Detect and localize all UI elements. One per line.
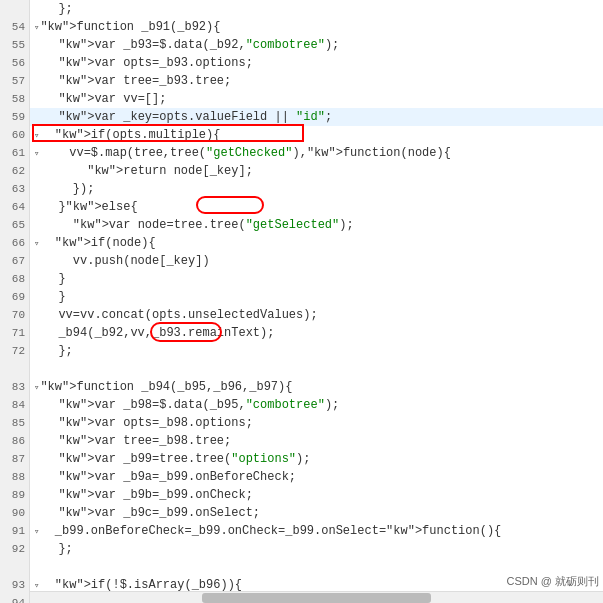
- line-number: 58: [4, 90, 25, 108]
- code-line: "kw">var tree=_b98.tree;: [30, 432, 603, 450]
- line-number: 64: [4, 198, 25, 216]
- line-number: 59: [4, 108, 25, 126]
- line-number: 90: [4, 504, 25, 522]
- line-number: 83: [4, 378, 25, 396]
- line-number: 65: [4, 216, 25, 234]
- line-number: 71: [4, 324, 25, 342]
- watermark: CSDN @ 就砺则刊: [507, 574, 599, 589]
- line-number: 66: [4, 234, 25, 252]
- code-line: ▿ _b99.onBeforeCheck=_b99.onCheck=_b99.o…: [30, 522, 603, 540]
- code-line: };: [30, 342, 603, 360]
- code-line: "kw">var _b98=$.data(_b95,"combotree");: [30, 396, 603, 414]
- code-line: "kw">var opts=_b93.options;: [30, 54, 603, 72]
- line-number: 60: [4, 126, 25, 144]
- line-number: 93: [4, 576, 25, 594]
- line-numbers: 5455565758596061626364656667686970717283…: [0, 0, 30, 603]
- code-line: "kw">var _key=opts.valueField || "id";: [30, 108, 603, 126]
- line-number: 63: [4, 180, 25, 198]
- code-line: ▿"kw">function _b91(_b92){: [30, 18, 603, 36]
- code-line: "kw">var tree=_b93.tree;: [30, 72, 603, 90]
- code-line: };: [30, 0, 603, 18]
- line-number: 55: [4, 36, 25, 54]
- code-line: vv.push(node[_key]): [30, 252, 603, 270]
- code-line: ▿ vv=$.map(tree,tree("getChecked"),"kw">…: [30, 144, 603, 162]
- code-line: "kw">var _b9a=_b99.onBeforeCheck;: [30, 468, 603, 486]
- code-line: _b94(_b92,vv,_b93.remainText);: [30, 324, 603, 342]
- code-line: };: [30, 540, 603, 558]
- line-number: 92: [4, 540, 25, 558]
- line-number: 68: [4, 270, 25, 288]
- line-number: 91: [4, 522, 25, 540]
- code-line: });: [30, 180, 603, 198]
- code-line: "kw">var _b9c=_b99.onSelect;: [30, 504, 603, 522]
- line-number: 87: [4, 450, 25, 468]
- toggle-icon[interactable]: ▿: [34, 131, 39, 141]
- line-number: 70: [4, 306, 25, 324]
- code-line: ▿ "kw">if(opts.multiple){: [30, 126, 603, 144]
- line-number: 61: [4, 144, 25, 162]
- editor-container: 5455565758596061626364656667686970717283…: [0, 0, 603, 603]
- horizontal-scrollbar[interactable]: [30, 591, 603, 603]
- toggle-icon[interactable]: ▿: [34, 581, 39, 591]
- code-area[interactable]: };▿"kw">function _b91(_b92){ "kw">var _b…: [30, 0, 603, 603]
- code-line: }: [30, 288, 603, 306]
- line-number: 86: [4, 432, 25, 450]
- code-line: }"kw">else{: [30, 198, 603, 216]
- line-number: 54: [4, 18, 25, 36]
- code-line: }: [30, 270, 603, 288]
- line-number: 57: [4, 72, 25, 90]
- line-number: 69: [4, 288, 25, 306]
- code-line: ▿ "kw">if(node){: [30, 234, 603, 252]
- code-line: ▿"kw">function _b94(_b95,_b96,_b97){: [30, 378, 603, 396]
- toggle-icon[interactable]: ▿: [34, 239, 39, 249]
- line-number: 84: [4, 396, 25, 414]
- code-line: "kw">var _b9b=_b99.onCheck;: [30, 486, 603, 504]
- code-line: "kw">var opts=_b98.options;: [30, 414, 603, 432]
- line-number: [4, 360, 25, 378]
- line-number: 88: [4, 468, 25, 486]
- code-line: [30, 360, 603, 378]
- line-number: [4, 558, 25, 576]
- code-line: "kw">var _b99=tree.tree("options");: [30, 450, 603, 468]
- line-number: 72: [4, 342, 25, 360]
- line-number: 67: [4, 252, 25, 270]
- toggle-icon[interactable]: ▿: [34, 149, 39, 159]
- line-number: 56: [4, 54, 25, 72]
- line-number: [4, 0, 25, 18]
- code-line: "kw">return node[_key];: [30, 162, 603, 180]
- toggle-icon[interactable]: ▿: [34, 23, 39, 33]
- code-line: "kw">var node=tree.tree("getSelected");: [30, 216, 603, 234]
- code-line: "kw">var vv=[];: [30, 90, 603, 108]
- scrollbar-thumb[interactable]: [202, 593, 431, 603]
- code-line: "kw">var _b93=$.data(_b92,"combotree");: [30, 36, 603, 54]
- toggle-icon[interactable]: ▿: [34, 383, 39, 393]
- line-number: 94: [4, 594, 25, 603]
- line-number: 89: [4, 486, 25, 504]
- code-line: vv=vv.concat(opts.unselectedValues);: [30, 306, 603, 324]
- toggle-icon[interactable]: ▿: [34, 527, 39, 537]
- line-number: 85: [4, 414, 25, 432]
- line-number: 62: [4, 162, 25, 180]
